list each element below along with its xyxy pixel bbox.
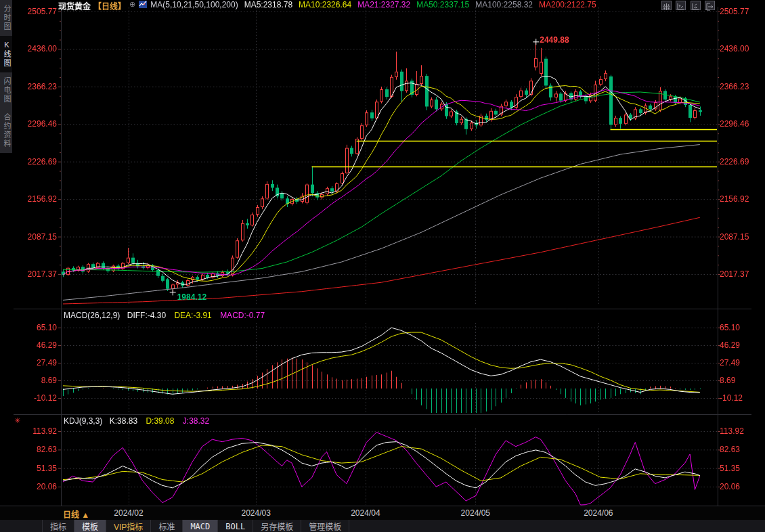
tab-指标[interactable]: 指标 [42, 520, 74, 532]
macd-macd-value: MACD:-0.77 [220, 311, 265, 320]
price-axis-label: 2226.69 [14, 157, 57, 167]
macd-pane-header: MACD(26,12,9) DIFF:-4.30 DEA:-3.91 MACD:… [64, 311, 265, 320]
tab-模板[interactable]: 模板 [74, 520, 106, 532]
macd-name: MACD(26,12,9) [64, 311, 120, 320]
date-label: 2024/04 [351, 508, 380, 518]
price-axis-label: 2436.00 [14, 44, 57, 53]
price-axis-label: 2017.37 [14, 269, 57, 279]
instrument-title: 现货黄金 [58, 2, 91, 12]
price-axis-label: 2017.37 [720, 269, 763, 279]
ma-value: MA5:2318.78 [244, 0, 292, 9]
price-axis-label: 2366.23 [14, 82, 57, 91]
date-label: 2024/02 [114, 508, 143, 518]
period-selector[interactable]: 日线 ▲ [63, 508, 89, 520]
tab-VIP指标[interactable]: VIP指标 [106, 520, 151, 532]
macd-axis-label: -10.12 [720, 393, 763, 403]
tab-管理模板[interactable]: 管理模板 [301, 520, 349, 532]
ma-value: MA10:2326.64 [299, 0, 351, 9]
tab-BOLL[interactable]: BOLL [218, 520, 253, 532]
sidebar-item-分时图[interactable]: 分时图 [0, 0, 12, 36]
macd-diff-value: DIFF:-4.30 [127, 311, 166, 320]
macd-axis-label: 27.49 [14, 358, 57, 368]
kdj-axis-label: 20.06 [14, 482, 57, 491]
kdj-axis-label: 20.06 [720, 482, 763, 491]
scale-x-axis-icon[interactable] [691, 1, 701, 10]
tab-标准[interactable]: 标准 [151, 520, 183, 532]
macd-axis-label: 46.29 [14, 340, 57, 350]
tab-MACD[interactable]: MACD [183, 520, 218, 532]
price-axis-label: 2226.69 [720, 157, 763, 167]
kdj-axis-label: 82.63 [14, 445, 57, 454]
kdj-pane-header: KDJ(9,3,3) K:38.83 D:39.08 J:38.32 [64, 416, 209, 426]
chart-canvas[interactable] [0, 0, 765, 532]
macd-axis-label: 8.69 [720, 376, 763, 385]
kdj-name: KDJ(9,3,3) [64, 416, 102, 426]
marker-label: 2449.88 [540, 35, 569, 45]
chart-toolbar [660, 1, 715, 13]
tab-另存模板[interactable]: 另存模板 [253, 520, 301, 532]
price-axis-label: 2087.15 [14, 232, 57, 242]
marker-label: 1984.12 [177, 292, 206, 302]
macd-dea-value: DEA:-3.91 [174, 311, 211, 320]
price-axis-label: 2366.23 [720, 82, 763, 91]
kdj-d-value: D:39.08 [146, 416, 174, 426]
macd-axis-label: 27.49 [720, 358, 763, 368]
link-icon[interactable]: ⊕ [129, 0, 135, 8]
price-axis-label: 2296.46 [720, 119, 763, 129]
bottom-tab-bar: 指标模板VIP指标标准MACDBOLL另存模板管理模板 [0, 520, 765, 532]
ma-value: MA100:2258.32 [475, 0, 533, 9]
macd-axis-label: 46.29 [720, 340, 763, 350]
mini-chart-icon[interactable] [139, 1, 147, 8]
price-axis-label: 2436.00 [720, 44, 763, 53]
price-axis-label: 2505.77 [14, 7, 57, 16]
kdj-k-value: K:38.83 [110, 416, 137, 426]
macd-axis-label: 65.10 [720, 323, 763, 332]
left-sidebar: 分时图K线图闪电图合约资料 [0, 0, 12, 532]
kdj-j-value: J:38.32 [183, 416, 209, 426]
price-axis-label: 2296.46 [14, 119, 57, 129]
date-axis: 日线 ▲ 2024/022024/032024/042024/052024/06 [0, 506, 765, 520]
chart-header: 现货黄金【日线】⊕MA(5,10,21,50,100,200)MA5:2318.… [58, 0, 596, 10]
scale-y-axis-icon[interactable] [676, 1, 686, 10]
macd-axis-label: -10.12 [14, 393, 57, 403]
macd-axis-label: 65.10 [14, 323, 57, 332]
date-label: 2024/03 [241, 508, 270, 518]
ma-value: MA200:2122.75 [539, 0, 596, 9]
period-badge[interactable]: 【日线】 [93, 2, 126, 12]
sidebar-item-K线图[interactable]: K线图 [0, 36, 12, 72]
kdj-axis-label: 113.92 [14, 426, 57, 436]
ma-values: MA5:2318.78MA10:2326.64MA21:2327.32MA50:… [238, 0, 596, 9]
ma-summary-label: MA(5,10,21,50,100,200) [150, 0, 238, 9]
date-label: 2024/05 [461, 508, 490, 518]
price-axis-label: 2156.92 [14, 194, 57, 204]
sidebar-item-闪电图[interactable]: 闪电图 [0, 72, 12, 108]
kdj-axis-label: 82.63 [720, 445, 763, 454]
indicator-settings-icon[interactable]: ✳ [14, 416, 20, 425]
price-axis-label: 2505.77 [720, 7, 763, 16]
kdj-axis-label: 51.35 [14, 464, 57, 473]
move-icon[interactable] [661, 1, 672, 10]
macd-axis-label: 8.69 [14, 376, 57, 385]
kdj-axis-label: 113.92 [720, 426, 763, 436]
price-axis-label: 2087.15 [720, 232, 763, 242]
kdj-axis-label: 51.35 [720, 464, 763, 473]
price-axis-label: 2156.92 [720, 194, 763, 204]
date-label: 2024/06 [584, 508, 613, 518]
exit-icon[interactable] [705, 1, 715, 10]
sidebar-item-合约资料[interactable]: 合约资料 [0, 108, 12, 153]
ma-value: MA21:2327.32 [357, 0, 410, 9]
ma-value: MA50:2337.15 [416, 0, 469, 9]
